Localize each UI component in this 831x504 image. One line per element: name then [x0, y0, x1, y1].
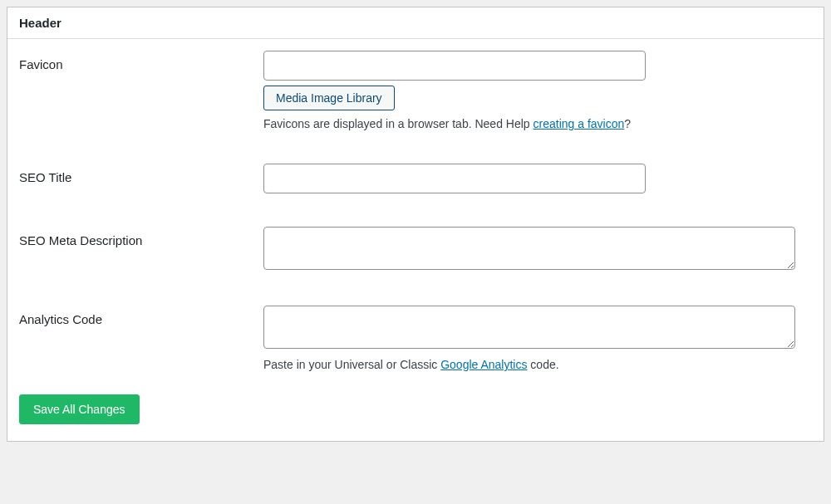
- save-button[interactable]: Save All Changes: [19, 394, 140, 424]
- favicon-label: Favicon: [19, 51, 263, 71]
- seo-title-row: SEO Title: [19, 164, 812, 193]
- panel-header: Header: [7, 7, 824, 39]
- media-library-button[interactable]: Media Image Library: [263, 86, 395, 110]
- analytics-label: Analytics Code: [19, 306, 263, 326]
- seo-meta-label: SEO Meta Description: [19, 227, 263, 247]
- panel-title: Header: [19, 16, 812, 30]
- favicon-help-suffix: ?: [624, 117, 631, 130]
- favicon-help-link[interactable]: creating a favicon: [534, 117, 625, 130]
- seo-title-label: SEO Title: [19, 164, 263, 184]
- favicon-help-prefix: Favicons are displayed in a browser tab.…: [263, 117, 534, 130]
- favicon-field: Media Image Library Favicons are display…: [263, 51, 812, 130]
- favicon-description: Favicons are displayed in a browser tab.…: [263, 117, 812, 130]
- favicon-input[interactable]: [263, 51, 646, 81]
- seo-meta-textarea[interactable]: [263, 227, 795, 270]
- seo-meta-row: SEO Meta Description: [19, 227, 812, 272]
- analytics-description: Paste in your Universal or Classic Googl…: [263, 358, 812, 371]
- analytics-help-prefix: Paste in your Universal or Classic: [263, 358, 440, 371]
- analytics-help-suffix: code.: [527, 358, 558, 371]
- panel-body: Favicon Media Image Library Favicons are…: [7, 39, 824, 441]
- seo-title-input[interactable]: [263, 164, 646, 193]
- favicon-row: Favicon Media Image Library Favicons are…: [19, 51, 812, 130]
- analytics-textarea[interactable]: [263, 306, 795, 349]
- header-settings-panel: Header Favicon Media Image Library Favic…: [7, 7, 824, 442]
- analytics-row: Analytics Code Paste in your Universal o…: [19, 306, 812, 371]
- seo-meta-field: [263, 227, 812, 272]
- seo-title-field: [263, 164, 812, 193]
- analytics-field: Paste in your Universal or Classic Googl…: [263, 306, 812, 371]
- analytics-help-link[interactable]: Google Analytics: [440, 358, 527, 371]
